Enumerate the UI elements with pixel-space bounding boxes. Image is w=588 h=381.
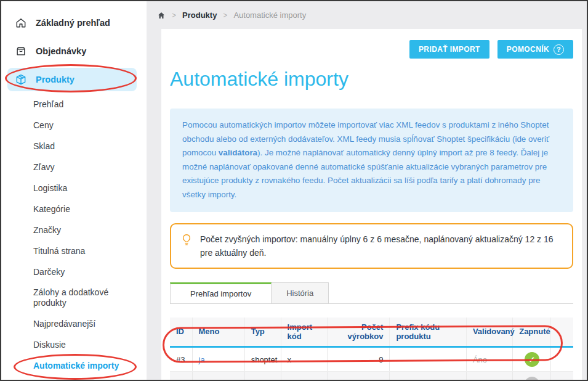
sidebar: Základný prehľad Objednávky Produkty Pre… [1, 1, 147, 380]
sidebar-item-label: Diskusie [33, 340, 66, 350]
cell-prefix [390, 372, 466, 381]
cell-id: #3 [170, 347, 192, 372]
help-label: POMOCNÍK [507, 45, 549, 54]
shoptet-admin-window: Základný prehľad Objednávky Produkty Pre… [0, 0, 588, 381]
tabs: Prehľad importov História [170, 282, 573, 304]
sidebar-item-label: Kategórie [33, 204, 70, 214]
breadcrumb-produkty[interactable]: Produkty [182, 10, 217, 20]
cell-import-name-link[interactable]: ja [192, 347, 244, 372]
sidebar-item-label: Zľavy [33, 162, 54, 172]
sidebar-item-logistika[interactable]: Logistika [1, 178, 147, 199]
validator-link[interactable]: validátora [219, 148, 257, 157]
add-import-label: PRIDAŤ IMPORT [419, 45, 480, 54]
breadcrumb-home-icon[interactable] [157, 11, 166, 20]
content-card: PRIDAŤ IMPORT POMOCNÍK ? Automatické imp… [161, 29, 582, 381]
tab-label: História [286, 289, 313, 298]
breadcrumb: > Produkty > Automatické importy [147, 1, 587, 29]
tab-historia[interactable]: História [272, 282, 329, 303]
sidebar-item-sklad[interactable]: Sklad [1, 136, 147, 157]
tab-label: Prehľad importov [190, 289, 251, 298]
sidebar-item-label: Automatické importy [33, 361, 119, 371]
table-row: #3 ja shoptet x 9 Áno ✓ [170, 347, 573, 372]
cell-type: shoptet [244, 347, 281, 372]
main-area: > Produkty > Automatické importy PRIDAŤ … [147, 1, 587, 380]
enabled-toggle-icon[interactable]: ✓ [525, 352, 539, 367]
sidebar-item-label: Produkty [36, 75, 75, 84]
sidebar-item-zlavy[interactable]: Zľavy [1, 157, 147, 178]
products-box-icon [15, 73, 27, 86]
sidebar-item-label: Ceny [33, 120, 54, 130]
sidebar-item-zalohy[interactable]: Zálohy a dodatkové produkty [1, 282, 147, 313]
col-header-meno: Meno [192, 318, 244, 347]
sidebar-item-ceny[interactable]: Ceny [1, 115, 147, 136]
sidebar-item-prehlad[interactable]: Prehľad [1, 94, 147, 115]
col-header-prefix: Prefix kódu produktu [390, 318, 466, 347]
col-header-pocet-vyrobkov: Počet výrobkov [327, 318, 390, 347]
cell-type: shoptet [244, 372, 281, 381]
remaining-imports-text: Počet zvyšných importov: manuálny úplny … [200, 232, 562, 260]
sidebar-item-label: Titulná strana [33, 246, 85, 256]
add-import-button[interactable]: PRIDAŤ IMPORT [409, 40, 489, 59]
cell-product-count: 0 [327, 372, 390, 381]
imports-table: ID Meno Typ Import kód Počet výrobkov Pr… [170, 318, 573, 381]
sidebar-item-label: Objednávky [36, 46, 86, 56]
cell-validated: Nie [466, 372, 512, 381]
cell-id: #8 [170, 372, 192, 381]
question-circle-icon: ? [554, 44, 564, 55]
sidebar-item-label: Značky [33, 225, 61, 235]
sidebar-item-najpredavanejsi[interactable]: Najpredávanejší [1, 313, 147, 334]
sidebar-item-zakladny-prehlad[interactable]: Základný prehľad [1, 9, 147, 37]
sidebar-item-label: Logistika [33, 183, 67, 193]
remaining-imports-notice: Počet zvyšných importov: manuálny úplny … [170, 223, 573, 269]
sidebar-item-label: Základný prehľad [36, 18, 110, 28]
breadcrumb-separator: > [172, 11, 176, 20]
page-title: Automatické importy [170, 68, 573, 91]
cell-extra [551, 347, 573, 372]
action-buttons: PRIDAŤ IMPORT POMOCNÍK ? [170, 29, 573, 59]
cell-import-code: x2 [281, 372, 327, 381]
sidebar-item-automaticke-importy[interactable]: Automatické importy [1, 355, 147, 376]
home-icon [15, 17, 27, 29]
sidebar-item-darceky[interactable]: Darčeky [1, 261, 147, 282]
cell-enabled: ✓ [513, 347, 551, 372]
sidebar-item-label: Darčeky [33, 267, 65, 277]
col-header-import-kod: Import kód [281, 318, 327, 347]
cell-extra [551, 372, 573, 381]
help-button[interactable]: POMOCNÍK ? [497, 40, 573, 59]
col-header-validovany: Validovaný [466, 318, 512, 347]
sidebar-item-titulna-strana[interactable]: Titulná strana [1, 240, 147, 261]
sidebar-item-label: Prehľad [33, 99, 63, 109]
cell-product-count: 9 [327, 347, 390, 372]
table-header-row: ID Meno Typ Import kód Počet výrobkov Pr… [170, 318, 573, 347]
table-row: #8 ja2 shoptet x2 0 Nie ✕ [170, 372, 573, 381]
enabled-toggle-icon[interactable]: ✕ [525, 377, 539, 381]
sidebar-item-kategorie[interactable]: Kategórie [1, 199, 147, 219]
sidebar-item-label: Zálohy a dodatkové produkty [33, 287, 126, 308]
sidebar-item-objednavky[interactable]: Objednávky [1, 37, 147, 65]
cell-prefix [390, 347, 466, 372]
cell-enabled: ✕ [513, 372, 551, 381]
sidebar-item-label: Najpredávanejší [33, 319, 95, 329]
cell-validated: Áno [466, 347, 512, 372]
col-header-zapnute: Zapnuté [513, 318, 551, 347]
sidebar-item-label: Sklad [33, 141, 55, 151]
breadcrumb-current-page: Automatické importy [233, 10, 306, 20]
sidebar-item-znacky[interactable]: Značky [1, 219, 147, 240]
sidebar-item-produkty[interactable]: Produkty [7, 68, 137, 91]
tab-prehlad-importov[interactable]: Prehľad importov [170, 282, 272, 303]
col-header-extra [551, 318, 573, 347]
cell-import-code: x [281, 347, 327, 372]
sidebar-item-diskusie[interactable]: Diskusie [1, 334, 147, 355]
col-header-typ: Typ [244, 318, 281, 347]
col-header-id: ID [170, 318, 192, 347]
lightbulb-icon [181, 233, 192, 247]
orders-icon [15, 45, 27, 57]
breadcrumb-separator: > [223, 11, 227, 20]
info-box: Pomocou automatických importov môžete im… [170, 109, 573, 212]
cell-import-name-link[interactable]: ja2 [192, 372, 244, 381]
